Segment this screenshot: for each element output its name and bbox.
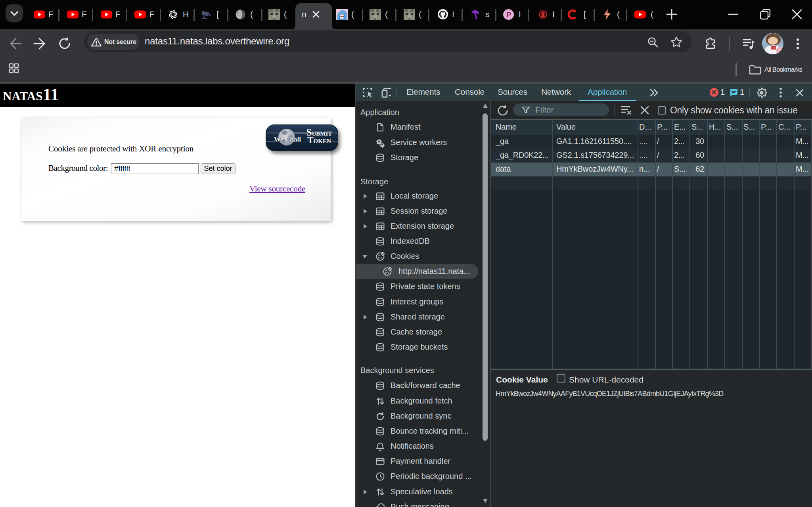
svg-text:P: P bbox=[506, 11, 511, 19]
